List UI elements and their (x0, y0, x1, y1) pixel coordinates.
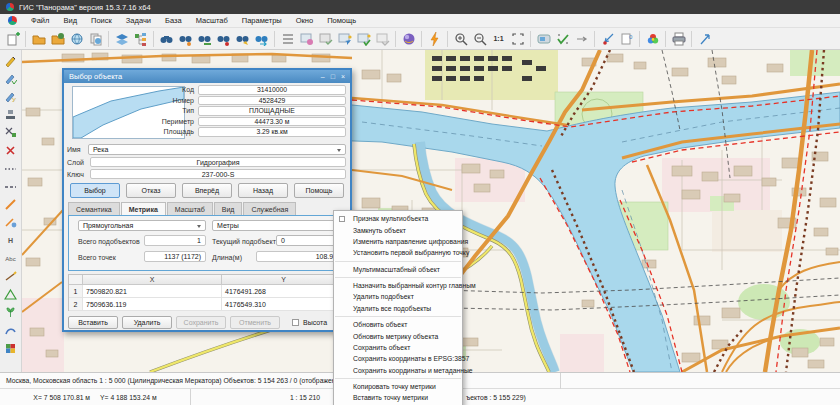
y-value[interactable]: 4176549.310 (222, 298, 345, 310)
new-object-icon[interactable] (3, 30, 22, 48)
apply-check-icon[interactable] (553, 30, 572, 48)
image-ok-icon[interactable] (354, 30, 373, 48)
multiobject-checkbox[interactable] (339, 216, 345, 222)
edit-pencil-icon[interactable] (2, 52, 19, 69)
raster-grid-icon[interactable] (2, 340, 19, 357)
height-checkbox[interactable] (292, 319, 299, 326)
stamp-icon[interactable] (2, 106, 19, 123)
table-row[interactable]: 2 7509636.119 4176549.310 (69, 298, 345, 311)
points-table[interactable]: X Y 1 7509820.821 4176491.268 2 7509636.… (68, 274, 346, 311)
vegetation-icon[interactable] (2, 304, 19, 321)
x-value[interactable]: 7509820.821 (83, 285, 222, 297)
page-zero-icon[interactable]: 0 (617, 30, 636, 48)
coord-system-combobox[interactable]: Прямоугольная (78, 220, 206, 231)
units-combobox[interactable]: Метры (212, 220, 346, 231)
find-next-icon[interactable] (252, 30, 271, 48)
triangle-icon[interactable] (2, 286, 19, 303)
image-arrow-icon[interactable] (335, 30, 354, 48)
menu-delete-all-subobjects[interactable]: Удалить все подобъекты (334, 303, 462, 314)
globe-refresh-icon[interactable] (67, 30, 86, 48)
zoom-out-icon[interactable] (470, 30, 489, 48)
tab-metric[interactable]: Метрика (121, 202, 166, 215)
dialog-close-button[interactable]: × (341, 73, 345, 80)
copy-map-icon[interactable] (86, 30, 105, 48)
copy-attrs-icon[interactable] (2, 214, 19, 231)
printer-icon[interactable] (669, 30, 688, 48)
menu-help[interactable]: Помощь (327, 16, 356, 25)
image-pink-icon[interactable] (297, 30, 316, 48)
menu-view[interactable]: Вид (63, 16, 77, 25)
sphere-icon[interactable] (399, 30, 418, 48)
color-wheel-icon[interactable] (643, 30, 662, 48)
edit-params-icon[interactable]: У (2, 88, 19, 105)
insert-point-button[interactable]: Вставить (68, 316, 118, 329)
forward-button[interactable]: Вперёд (182, 183, 232, 198)
table-row[interactable]: 1 7509820.821 4176491.268 (69, 285, 345, 298)
text-label-icon[interactable]: Abc (2, 250, 19, 267)
menu-close-object[interactable]: Замкнуть объект (334, 224, 462, 235)
menu-multiscale-object[interactable]: Мультимасштабный объект (334, 264, 462, 275)
lightning-icon[interactable] (425, 30, 444, 48)
menu-file[interactable]: Файл (31, 16, 49, 25)
menu-save-coords-metadata[interactable]: Сохранить координаты и метаданные (334, 365, 462, 376)
menu-multiobject-flag[interactable]: Признак мультиобъекта (334, 213, 462, 224)
tab-scale[interactable]: Масштаб (167, 202, 213, 215)
menu-refresh-object[interactable]: Обновить объект (334, 319, 462, 330)
open-folder-icon[interactable] (29, 30, 48, 48)
image-check-icon[interactable] (316, 30, 335, 48)
x-value[interactable]: 7509636.119 (83, 298, 222, 310)
goto-point-icon[interactable] (598, 30, 617, 48)
menu-save-object[interactable]: Сохранить объект (334, 342, 462, 353)
points-value[interactable]: 1137 (1172) (144, 251, 206, 262)
subobjects-value[interactable]: 1 (144, 235, 206, 246)
import-map-icon[interactable] (48, 30, 67, 48)
save-button[interactable]: Сохранить (176, 316, 226, 329)
menu-paste-metric-point[interactable]: Вставить точку метрики (334, 392, 462, 403)
find-area-icon[interactable] (176, 30, 195, 48)
menu-database[interactable]: База (165, 16, 182, 25)
delete-point-button[interactable]: Удалить (122, 316, 172, 329)
tab-semantics[interactable]: Семантика (68, 202, 120, 215)
menu-set-first-point[interactable]: Установить первой выбранную точку (334, 247, 462, 258)
pan-icon[interactable] (572, 30, 591, 48)
tab-service[interactable]: Служебная (243, 202, 296, 215)
y-value[interactable]: 4176491.268 (222, 285, 345, 297)
cancel-button[interactable]: Отменить (230, 316, 280, 329)
draw-line-icon[interactable] (2, 196, 19, 213)
back-button[interactable]: Назад (238, 183, 288, 198)
dialog-minimize-button[interactable]: – (321, 73, 325, 80)
panel-icon[interactable] (534, 30, 553, 48)
find-point-icon[interactable] (214, 30, 233, 48)
height-icon[interactable]: H (2, 232, 19, 249)
scale-1-1-button[interactable]: 1:1 (489, 30, 508, 48)
arc-icon[interactable] (2, 322, 19, 339)
picket-icon[interactable] (2, 268, 19, 285)
menu-delete-subobject[interactable]: Удалить подобъект (334, 291, 462, 302)
find-object-icon[interactable] (157, 30, 176, 48)
legend-tree-icon[interactable] (131, 30, 150, 48)
menu-scale[interactable]: Масштаб (196, 16, 228, 25)
zoom-in-icon[interactable] (451, 30, 470, 48)
cursor-arrow-icon[interactable] (695, 30, 714, 48)
app-menu-icon[interactable] (8, 16, 17, 25)
find-selected-icon[interactable] (233, 30, 252, 48)
menu-copy-metric-point[interactable]: Копировать точку метрики (334, 381, 462, 392)
menu-search[interactable]: Поиск (91, 16, 112, 25)
menu-save-coords-epsg3857[interactable]: Сохранить координаты в EPSG:3857 (334, 353, 462, 364)
dotted-line-icon[interactable] (2, 160, 19, 177)
select-button[interactable]: Выбор (70, 183, 120, 198)
layers-icon[interactable] (112, 30, 131, 48)
extent-frame-icon[interactable] (508, 30, 527, 48)
object-list-icon[interactable] (278, 30, 297, 48)
name-combobox[interactable]: Река (88, 144, 346, 155)
dialog-titlebar[interactable]: Выбор объекта – □ × (64, 70, 350, 83)
tab-view[interactable]: Вид (214, 202, 243, 215)
menu-refresh-metric[interactable]: Обновить метрику объекта (334, 330, 462, 341)
menu-set-main-contour[interactable]: Назначить выбранный контур главным (334, 280, 462, 291)
move-point-icon[interactable] (2, 124, 19, 141)
delete-object-icon[interactable] (2, 142, 19, 159)
image-disabled-icon[interactable] (373, 30, 392, 48)
dialog-maximize-button[interactable]: □ (331, 73, 335, 80)
menu-window[interactable]: Окно (296, 16, 313, 25)
dashed-line-icon[interactable] (2, 178, 19, 195)
